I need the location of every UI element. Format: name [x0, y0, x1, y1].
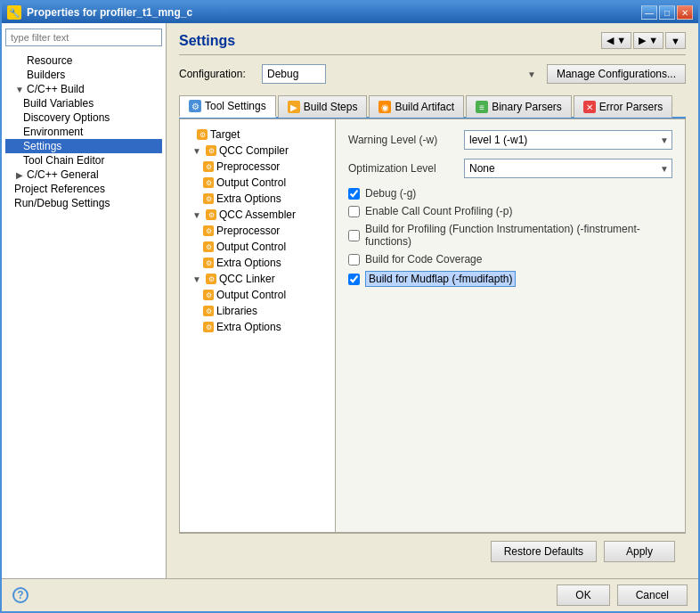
settings-title: Settings	[179, 33, 235, 49]
checkbox-label-call-count: Enable Call Count Profiling (-p)	[365, 205, 512, 217]
nav-back-button[interactable]: ◀ ▼	[601, 32, 631, 49]
tree-item-toolchain-editor[interactable]: Tool Chain Editor	[5, 153, 162, 168]
close-button[interactable]: ✕	[677, 5, 693, 20]
checkbox-mudflap[interactable]	[348, 274, 360, 285]
checkbox-label-code-coverage: Build for Code Coverage	[365, 253, 482, 266]
expand-icon-compiler: ▼	[192, 146, 203, 156]
nav-fwd-button[interactable]: ▶ ▼	[633, 32, 663, 49]
tool-label-linker-libraries: Libraries	[216, 305, 257, 317]
tabs: ⚙ Tool Settings ▶ Build Steps ◉ Build Ar…	[179, 94, 686, 119]
tree-label-cxx-build: C/C++ Build	[27, 83, 85, 95]
expand-icon-cxx-general: ▶	[14, 170, 25, 180]
filter-input[interactable]	[5, 29, 162, 46]
tab-icon-build-steps: ▶	[288, 101, 300, 113]
tree-label-settings: Settings	[23, 140, 61, 152]
tree-item-run-debug[interactable]: Run/Debug Settings	[5, 196, 162, 210]
tool-icon-assembler-output: ⚙	[203, 241, 214, 252]
help-button[interactable]: ?	[12, 587, 28, 603]
tool-item-compiler-output[interactable]: ⚙ Output Control	[183, 175, 331, 191]
tool-icon-compiler-output: ⚙	[203, 177, 214, 188]
manage-configurations-button[interactable]: Manage Configurations...	[547, 64, 686, 84]
maximize-button[interactable]: □	[659, 5, 675, 20]
tree-item-settings[interactable]: Settings	[5, 139, 162, 153]
checkbox-debug[interactable]	[348, 188, 360, 200]
tool-label-compiler-output: Output Control	[216, 176, 286, 189]
cancel-button[interactable]: Cancel	[617, 584, 688, 606]
tool-item-assembler-output[interactable]: ⚙ Output Control	[183, 239, 331, 255]
tool-item-assembler-preprocessor[interactable]: ⚙ Preprocessor	[183, 223, 331, 239]
checkbox-row-debug: Debug (-g)	[348, 187, 672, 200]
tool-label-compiler-preprocessor: Preprocessor	[216, 160, 280, 173]
checkbox-code-coverage[interactable]	[348, 254, 360, 266]
tree-item-builders[interactable]: Builders	[5, 68, 162, 82]
title-bar: 🔧 Properties for profiler_t1_mng_c — □ ✕	[2, 2, 698, 23]
tool-item-target[interactable]: ⚙ Target	[183, 127, 331, 143]
config-row: Configuration: Debug Release Manage Conf…	[179, 64, 686, 84]
tool-label-target: Target	[210, 128, 240, 141]
tab-label-error-parsers: Error Parsers	[599, 101, 663, 113]
expand-icon-linker: ▼	[192, 274, 203, 284]
tool-item-linker-extra[interactable]: ⚙ Extra Options	[183, 319, 331, 335]
expand-icon-assembler: ▼	[192, 210, 203, 220]
warning-select[interactable]: level 1 (-w1) level 2 (-w2)	[464, 130, 672, 150]
tree-item-environment[interactable]: Environment	[5, 125, 162, 139]
tree-item-project-references[interactable]: Project References	[5, 182, 162, 196]
warning-label: Warning Level (-w)	[348, 134, 455, 146]
tree-item-build-variables[interactable]: Build Variables	[5, 96, 162, 110]
tool-label-linker-output: Output Control	[216, 289, 286, 301]
tab-icon-tool-settings: ⚙	[189, 100, 201, 112]
checkbox-call-count[interactable]	[348, 206, 360, 217]
tree-label-project-references: Project References	[14, 183, 105, 195]
tool-item-qcc-assembler[interactable]: ▼ ⚙ QCC Assembler	[183, 207, 331, 223]
tool-item-assembler-extra[interactable]: ⚙ Extra Options	[183, 255, 331, 271]
tool-item-linker-output[interactable]: ⚙ Output Control	[183, 287, 331, 303]
checkbox-row-profiling: Build for Profiling (Function Instrument…	[348, 223, 672, 248]
dialog-title: Properties for profiler_t1_mng_c	[27, 6, 192, 19]
tool-label-assembler-preprocessor: Preprocessor	[216, 225, 280, 237]
tool-icon-compiler: ⚙	[206, 145, 216, 156]
tab-error-parsers[interactable]: ✕ Error Parsers	[574, 95, 672, 118]
tab-icon-binary-parsers: ≡	[476, 101, 488, 113]
tab-label-tool-settings: Tool Settings	[205, 100, 266, 112]
tool-item-compiler-preprocessor[interactable]: ⚙ Preprocessor	[183, 159, 331, 175]
tool-item-compiler-extra[interactable]: ⚙ Extra Options	[183, 191, 331, 207]
warning-select-wrapper: level 1 (-w1) level 2 (-w2)	[464, 130, 672, 150]
tree-label-toolchain-editor: Tool Chain Editor	[23, 154, 104, 167]
checkbox-label-profiling: Build for Profiling (Function Instrument…	[365, 223, 672, 248]
tab-label-build-artifact: Build Artifact	[395, 101, 454, 113]
tab-label-build-steps: Build Steps	[304, 101, 358, 113]
nav-menu-button[interactable]: ▼	[665, 32, 686, 49]
optimization-select-wrapper: None -O1	[464, 159, 672, 178]
minimize-button[interactable]: —	[641, 5, 657, 20]
checkbox-row-mudflap: Build for Mudflap (-fmudifapth)	[348, 271, 672, 287]
tool-icon-compiler-preprocessor: ⚙	[203, 161, 214, 172]
tree-item-discovery-options[interactable]: Discovery Options	[5, 110, 162, 125]
tree-item-resource[interactable]: Resource	[5, 53, 162, 68]
tool-icon-assembler-preprocessor: ⚙	[203, 225, 214, 236]
settings-header: Settings ◀ ▼ ▶ ▼ ▼	[179, 32, 686, 55]
tab-build-artifact[interactable]: ◉ Build Artifact	[369, 95, 464, 118]
tree-label-run-debug: Run/Debug Settings	[14, 197, 110, 209]
right-panel: Settings ◀ ▼ ▶ ▼ ▼ Configuration: Debug …	[167, 23, 698, 578]
tool-icon-target: ⚙	[197, 129, 208, 140]
tool-label-assembler-extra: Extra Options	[216, 257, 281, 269]
tool-item-qcc-compiler[interactable]: ▼ ⚙ QCC Compiler	[183, 143, 331, 159]
tree-item-cxx-general[interactable]: ▶ C/C++ General	[5, 168, 162, 182]
tool-tree: ⚙ Target ▼ ⚙ QCC Compiler ⚙	[180, 119, 336, 532]
tab-build-steps[interactable]: ▶ Build Steps	[278, 95, 368, 118]
tab-icon-error-parsers: ✕	[583, 101, 596, 113]
tool-label-linker: QCC Linker	[219, 273, 275, 285]
ok-button[interactable]: OK	[557, 584, 609, 606]
optimization-select[interactable]: None -O1	[464, 159, 672, 178]
tool-item-qcc-linker[interactable]: ▼ ⚙ QCC Linker	[183, 271, 331, 287]
tab-tool-settings[interactable]: ⚙ Tool Settings	[179, 95, 276, 118]
bottom-bar: Restore Defaults Apply	[179, 533, 686, 569]
config-select[interactable]: Debug Release	[262, 64, 326, 84]
tree-item-cxx-build[interactable]: ▼ C/C++ Build	[5, 82, 162, 96]
tab-binary-parsers[interactable]: ≡ Binary Parsers	[466, 95, 572, 118]
restore-defaults-button[interactable]: Restore Defaults	[491, 541, 597, 562]
optimization-row: Optimization Level None -O1	[348, 159, 672, 178]
tool-item-linker-libraries[interactable]: ⚙ Libraries	[183, 303, 331, 319]
apply-button[interactable]: Apply	[604, 541, 675, 562]
checkbox-profiling[interactable]	[348, 230, 360, 241]
